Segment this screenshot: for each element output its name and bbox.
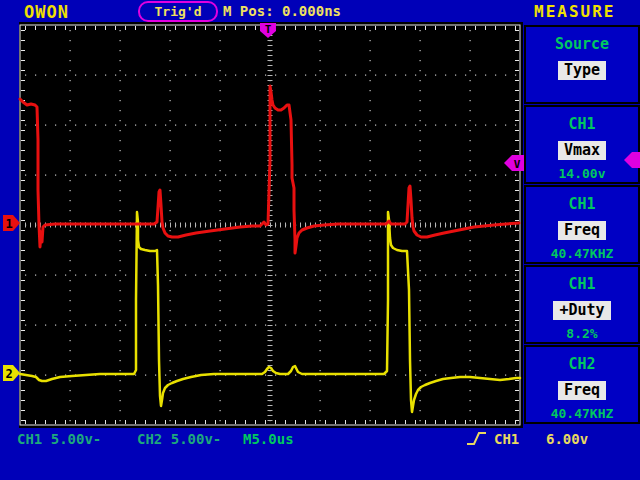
- menu-more-arrow-icon[interactable]: [624, 150, 640, 174]
- timebase-readout: M5.0us: [243, 431, 294, 447]
- menu-item-button[interactable]: Freq: [558, 381, 606, 400]
- trigger-position-readout: M Pos: 0.000ns: [223, 3, 341, 19]
- menu-item-label: CH2: [568, 355, 595, 373]
- menu-item-button[interactable]: +Duty: [553, 301, 610, 320]
- measure-menu: Source Type CH1 Vmax 14.00v CH1 Freq 40.…: [523, 22, 640, 428]
- menu-item-value: 8.2%: [566, 326, 597, 341]
- menu-item-ch2-freq[interactable]: CH2 Freq 40.47KHZ: [524, 345, 640, 424]
- menu-title: MEASURE: [534, 2, 615, 21]
- menu-item-source[interactable]: Source Type: [524, 25, 640, 104]
- ch2-position-flag[interactable]: 2: [3, 365, 20, 381]
- trigger-source-readout: CH1: [494, 431, 519, 447]
- menu-item-value: 14.00v: [559, 166, 606, 181]
- ch2-scale-readout: CH2 5.00v-: [137, 431, 221, 447]
- menu-item-ch1-duty[interactable]: CH1 +Duty 8.2%: [524, 265, 640, 344]
- menu-item-label: CH1: [568, 115, 595, 133]
- ch2-flag-label: 2: [5, 367, 12, 381]
- menu-item-label: Source: [555, 35, 609, 53]
- top-bar: OWON Trig'd M Pos: 0.000ns MEASURE: [0, 0, 640, 22]
- menu-item-button[interactable]: Type: [558, 61, 606, 80]
- graticule-panel: [19, 22, 523, 428]
- brand-logo: OWON: [24, 2, 69, 22]
- menu-item-value: 40.47KHZ: [551, 406, 614, 421]
- ch1-position-flag[interactable]: 1: [3, 215, 20, 231]
- menu-item-button[interactable]: Freq: [558, 221, 606, 240]
- ch1-scale-readout: CH1 5.00v-: [17, 431, 101, 447]
- trigger-status-badge: Trig'd: [138, 1, 218, 22]
- trigger-slope-icon: [466, 430, 488, 450]
- ch1-flag-label: 1: [5, 217, 12, 231]
- trigger-level-readout: 6.00v: [546, 431, 588, 447]
- menu-item-label: CH1: [568, 275, 595, 293]
- menu-item-value: 40.47KHZ: [551, 246, 614, 261]
- menu-item-button[interactable]: Vmax: [558, 141, 606, 160]
- menu-item-label: CH1: [568, 195, 595, 213]
- menu-item-ch1-freq[interactable]: CH1 Freq 40.47KHZ: [524, 185, 640, 264]
- menu-item-ch1-vmax[interactable]: CH1 Vmax 14.00v: [524, 105, 640, 184]
- oscilloscope-screen: T V 1 2 OWON Trig'd M Pos: 0.000ns MEASU…: [0, 0, 640, 480]
- status-bar: CH1 5.00v- CH2 5.00v- M5.0us CH1 6.00v: [0, 430, 640, 450]
